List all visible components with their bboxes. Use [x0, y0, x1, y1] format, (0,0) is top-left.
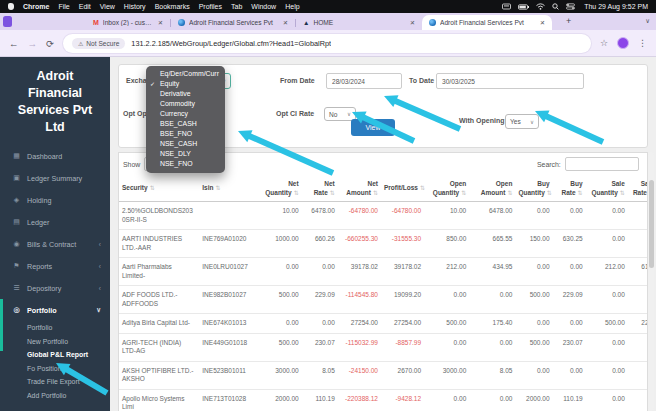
table-row[interactable]: Aditya Birla Capital Ltd-INE674K010130.0…: [119, 314, 648, 334]
menu-edit[interactable]: Edit: [79, 3, 91, 10]
sort-icon[interactable]: ⇅: [150, 185, 155, 191]
dropdown-option-nse-dly[interactable]: NSE_DLY: [146, 149, 225, 159]
new-tab-button[interactable]: +: [566, 16, 571, 26]
column-header-sale-quantity[interactable]: Sale Quantity⇅: [586, 177, 628, 202]
vertical-scrollbar[interactable]: [648, 152, 654, 411]
dropdown-option-bse-fno[interactable]: BSE_FNO: [146, 129, 225, 139]
wifi-icon[interactable]: [536, 3, 545, 10]
sort-icon[interactable]: ⇅: [507, 190, 512, 196]
menu-chrome[interactable]: Chrome: [23, 3, 49, 10]
dropdown-option-currency[interactable]: Currency: [146, 109, 225, 119]
table-row[interactable]: AGRI-TECH (INDIA) LTD-AGINE449G01018500.…: [119, 333, 648, 361]
sort-icon[interactable]: ⇅: [547, 190, 552, 196]
column-header-isin[interactable]: Isin⇅: [199, 177, 255, 202]
sort-icon[interactable]: ⇅: [330, 190, 335, 196]
tab-1[interactable]: MInbox (2) - customercare@ad✕: [86, 15, 170, 30]
data-cell: 0.00: [469, 286, 515, 314]
reload-icon[interactable]: ⟳: [46, 38, 54, 49]
sort-icon[interactable]: ⇅: [620, 190, 625, 196]
sidebar-item-ledger[interactable]: ▤Ledger: [0, 211, 110, 233]
column-header-security[interactable]: Security⇅: [119, 177, 199, 202]
menu-file[interactable]: File: [58, 3, 69, 10]
sort-icon[interactable]: ⇅: [461, 190, 466, 196]
dropdown-option-derivative[interactable]: Derivative: [146, 89, 225, 99]
url-bar[interactable]: ⚠ Not Secure 131.2.2.185/WebGroup/Ledger…: [63, 34, 591, 53]
scrollbar-thumb[interactable]: [649, 180, 654, 268]
column-header-net-rate[interactable]: Net Rate⇅: [302, 177, 338, 202]
table-row[interactable]: AKSH OPTIFIBRE LTD.-AKSHOINE523B01011300…: [119, 361, 648, 389]
sidebar-item-ledger-summary[interactable]: ▣Ledger Summary: [0, 167, 110, 189]
apple-icon[interactable]: [8, 3, 14, 10]
spotlight-icon[interactable]: [552, 3, 559, 10]
table-row[interactable]: Apollo Micro Systems LimiINE713T01028200…: [119, 389, 648, 411]
from-date-input[interactable]: 28/03/2024: [326, 73, 402, 89]
sort-icon[interactable]: ⇅: [420, 185, 425, 191]
sidebar-subitem-new-portfolio[interactable]: New Portfolio: [0, 335, 110, 349]
sort-icon[interactable]: ⇅: [216, 185, 221, 191]
back-icon[interactable]: ←: [9, 38, 19, 49]
with-opening-select[interactable]: Yes∨: [505, 114, 539, 129]
column-header-profit-loss[interactable]: Profit/Loss⇅: [381, 177, 424, 202]
tab-4[interactable]: Adroit Financial Services Pvt✕: [422, 15, 552, 30]
dropdown-option-nse-cash[interactable]: NSE_CASH: [146, 139, 225, 149]
chrome-menu-icon[interactable]: ⋮: [638, 38, 647, 48]
menu-help[interactable]: Help: [285, 3, 299, 10]
dropdown-option-eq-der-comm-curr[interactable]: Eq/Der/Comm/Curr: [146, 69, 225, 79]
menu-tab[interactable]: Tab: [231, 3, 242, 10]
tab-3[interactable]: ▲HOME✕: [296, 15, 422, 30]
sidebar-subitem-global-p-l-report[interactable]: Global P&L Report: [0, 348, 110, 362]
menubar-clock[interactable]: Thu 29 Aug 9:52 PM: [584, 3, 648, 10]
sidebar-item-depository[interactable]: ☰Depository‹: [0, 277, 110, 299]
tab-close-icon[interactable]: ✕: [410, 19, 415, 26]
search-input[interactable]: [565, 157, 639, 171]
forward-icon[interactable]: →: [28, 38, 38, 49]
profile-avatar[interactable]: [617, 37, 629, 49]
tab-close-icon[interactable]: ✕: [158, 19, 163, 26]
menu-view[interactable]: View: [100, 3, 115, 10]
data-cell: 0.: [628, 333, 648, 361]
tab-close-icon[interactable]: ✕: [283, 19, 288, 26]
sidebar-item-dashboard[interactable]: ▦Dashboard: [0, 145, 110, 167]
table-row[interactable]: Aarti Pharmalabs Limited-INE0LRU010270.0…: [119, 258, 648, 286]
security-chip[interactable]: ⚠ Not Secure: [72, 38, 125, 49]
tab-close-icon[interactable]: ✕: [540, 19, 545, 26]
dropdown-option-commodity[interactable]: Commodity: [146, 99, 225, 109]
table-row[interactable]: 2.50%GOLDBONDS2030SR-II-S10.006478.00-64…: [119, 202, 648, 230]
tab-list-chevron-icon[interactable]: ∨: [645, 17, 650, 25]
column-header-sale-rate[interactable]: Sale Rate⇅: [628, 177, 648, 202]
sidebar-item-bills-contract[interactable]: ◉Bills & Contract‹: [0, 233, 110, 255]
sidebar-subitem-add-portfolio[interactable]: Add Portfolio: [0, 389, 110, 403]
column-header-open-quantity[interactable]: Open Quantity⇅: [424, 177, 469, 202]
table-row[interactable]: AARTI INDUSTRIES LTD.-AARINE769A01020100…: [119, 230, 648, 258]
keyboard-icon[interactable]: [502, 3, 511, 10]
show-label: Show: [123, 161, 140, 168]
sidebar-item-holding[interactable]: ◈Holding: [0, 189, 110, 211]
table-row[interactable]: ADF FOODS LTD.-ADFFOODSINE982B01027500.0…: [119, 286, 648, 314]
dropdown-option-bse-cash[interactable]: BSE_CASH: [146, 119, 225, 129]
url-text[interactable]: 131.2.2.185/WebGroup/Ledger/Global.cfm?H…: [131, 39, 331, 48]
dropdown-option-nse-fno[interactable]: NSE_FNO: [146, 159, 225, 169]
tab-2[interactable]: Adroit Financial Services Pvt✕: [171, 15, 295, 30]
column-header-buy-rate[interactable]: Buy Rate⇅: [553, 177, 586, 202]
control-center-icon[interactable]: [566, 3, 575, 10]
sort-icon[interactable]: ⇅: [578, 190, 583, 196]
view-button[interactable]: View: [351, 119, 395, 136]
sidebar-item-portfolio[interactable]: ◎Portfolio∨: [0, 299, 110, 321]
sort-icon[interactable]: ⇅: [294, 190, 299, 196]
column-header-open-amount[interactable]: Open Amount⇅: [469, 177, 515, 202]
menu-history[interactable]: History: [124, 3, 146, 10]
bookmark-star-icon[interactable]: ☆: [600, 38, 608, 48]
menu-bookmarks[interactable]: Bookmarks: [155, 3, 190, 10]
menu-profiles[interactable]: Profiles: [199, 3, 222, 10]
column-header-net-amount[interactable]: Net Amount⇅: [338, 177, 381, 202]
sidebar-subitem-portfolio[interactable]: Portfolio: [0, 321, 110, 335]
to-date-input[interactable]: 30/03/2025: [436, 73, 584, 89]
column-header-net-quantity[interactable]: Net Quantity⇅: [256, 177, 302, 202]
column-header-buy-quantity[interactable]: Buy Quantity⇅: [515, 177, 552, 202]
dropdown-option-equity[interactable]: ✓Equity: [146, 79, 225, 89]
sidebar-item-reports[interactable]: ⚑Reports‹: [0, 255, 110, 277]
sort-icon[interactable]: ⇅: [373, 190, 378, 196]
sidebar-subitem-fo-position[interactable]: Fo Position: [0, 362, 110, 376]
menu-window[interactable]: Window: [251, 3, 276, 10]
sidebar-subitem-trade-file-export[interactable]: Trade File Export: [0, 375, 110, 389]
